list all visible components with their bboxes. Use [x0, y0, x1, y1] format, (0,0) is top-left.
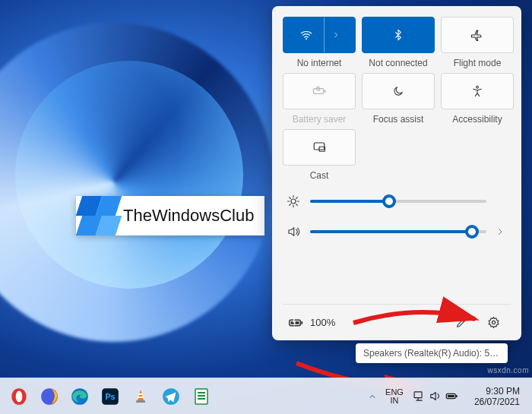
bluetooth-toggle-button[interactable]	[362, 17, 435, 53]
network-icon	[413, 390, 426, 403]
tray-overflow-button[interactable]	[364, 384, 381, 409]
svg-rect-1	[314, 89, 324, 94]
brightness-icon	[286, 194, 301, 208]
svg-rect-22	[198, 392, 205, 393]
battery-saver-toggle-button[interactable]	[283, 73, 356, 109]
sliders-section	[283, 194, 511, 239]
watermark-thewindowsclub: TheWindowsClub	[76, 196, 264, 235]
tray-quick-settings-button[interactable]	[408, 382, 464, 411]
svg-point-12	[16, 390, 23, 402]
quick-settings-tiles: No internet Not connected Flight mode	[283, 17, 511, 181]
wifi-toggle-button[interactable]	[283, 17, 356, 53]
taskbar-clock[interactable]: 9:30 PM 26/07/2021	[468, 386, 526, 407]
svg-rect-17	[138, 393, 143, 395]
taskbar-app-edge[interactable]	[67, 384, 93, 409]
wifi-expand-button[interactable]	[324, 17, 340, 52]
panel-footer: 100%	[283, 304, 511, 340]
taskbar-app-telegram[interactable]	[158, 384, 184, 409]
svg-point-6	[291, 199, 296, 204]
svg-text:Ps: Ps	[105, 392, 115, 401]
watermark-text: TheWindowsClub	[116, 206, 264, 226]
clock-date: 26/07/2021	[474, 397, 520, 407]
gear-icon	[487, 316, 500, 329]
svg-rect-18	[138, 397, 143, 398]
brightness-slider[interactable]	[310, 200, 486, 203]
taskbar-app-photoshop[interactable]: Ps	[97, 384, 123, 409]
svg-rect-19	[136, 400, 145, 403]
svg-rect-9	[301, 321, 302, 324]
taskbar: Ps ENG IN 9:30 PM 26/07/2021	[0, 378, 532, 414]
focus-assist-toggle-button[interactable]	[362, 73, 435, 109]
bluetooth-label: Not connected	[369, 58, 427, 68]
edit-quick-settings-button[interactable]	[448, 310, 474, 336]
tile-cast: Cast	[283, 129, 356, 181]
volume-slider-row	[286, 225, 508, 239]
battery-icon	[287, 314, 304, 331]
speaker-icon	[286, 225, 301, 239]
battery-tray-icon	[445, 389, 459, 403]
taskbar-app-opera[interactable]	[6, 384, 32, 409]
tile-focus-assist: Focus assist	[362, 73, 435, 125]
desktop: TheWindowsClub No internet	[0, 0, 532, 414]
flight-mode-toggle-button[interactable]	[441, 17, 514, 53]
svg-rect-2	[325, 90, 326, 92]
taskbar-app-vlc[interactable]	[128, 384, 154, 409]
svg-rect-25	[414, 392, 422, 398]
battery-saver-icon	[312, 84, 327, 99]
pencil-icon	[455, 317, 467, 329]
svg-rect-27	[448, 395, 454, 397]
tile-wifi: No internet	[283, 17, 356, 68]
tile-flight-mode: Flight mode	[441, 17, 514, 68]
tray-language-text: ENG IN	[385, 388, 404, 405]
wifi-icon	[299, 28, 313, 42]
volume-slider[interactable]	[310, 230, 486, 233]
focus-assist-label: Focus assist	[373, 114, 424, 125]
moon-icon	[392, 85, 404, 97]
accessibility-toggle-button[interactable]	[441, 73, 514, 109]
quick-settings-panel: No internet Not connected Flight mode	[272, 6, 521, 340]
brightness-slider-row	[286, 194, 508, 208]
tile-accessibility: Accessibility	[441, 73, 514, 125]
taskbar-app-firefox[interactable]	[36, 384, 62, 409]
credit-text: wsxdn.com	[487, 366, 529, 374]
watermark-logo-icon	[76, 196, 116, 235]
volume-icon	[429, 390, 442, 403]
svg-point-0	[306, 38, 307, 40]
accessibility-label: Accessibility	[452, 114, 502, 125]
svg-point-3	[477, 86, 479, 88]
taskbar-app-libreoffice[interactable]	[188, 384, 214, 409]
open-settings-button[interactable]	[480, 310, 506, 336]
volume-tooltip: Speakers (Realtek(R) Audio): 50%	[356, 343, 508, 363]
battery-saver-label: Battery saver	[293, 114, 347, 125]
tile-bluetooth: Not connected	[362, 17, 435, 68]
wifi-label: No internet	[297, 58, 342, 68]
accessibility-icon	[471, 85, 483, 97]
volume-expand-button[interactable]	[496, 227, 508, 236]
cast-icon	[312, 141, 326, 154]
airplane-icon	[470, 28, 484, 42]
system-tray: ENG IN 9:30 PM 26/07/2021	[364, 382, 526, 411]
tile-battery-saver: Battery saver	[283, 73, 356, 125]
flight-mode-label: Flight mode	[454, 58, 502, 68]
svg-rect-23	[198, 395, 205, 397]
cast-label: Cast	[310, 170, 329, 181]
clock-time: 9:30 PM	[474, 386, 520, 397]
cast-toggle-button[interactable]	[283, 129, 356, 166]
tray-language-button[interactable]: ENG IN	[385, 384, 404, 409]
bluetooth-icon	[392, 29, 404, 41]
battery-percent-text: 100%	[310, 317, 335, 328]
svg-point-10	[492, 321, 495, 324]
svg-rect-28	[456, 395, 458, 397]
svg-rect-24	[198, 398, 205, 400]
